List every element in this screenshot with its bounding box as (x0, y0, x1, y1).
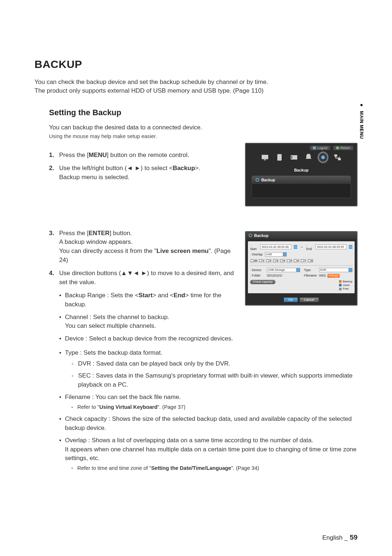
label-start: · Start (250, 243, 258, 251)
label-device: · Device (250, 268, 265, 272)
step-4: 4. Use direction buttons (▲▼◄ ►) to move… (49, 269, 236, 287)
intro-line: You can check the backup device and set … (34, 78, 358, 86)
bullet-list-a: Backup Range : Sets the <Start> and <End… (59, 291, 236, 343)
svg-rect-5 (334, 154, 337, 157)
label-end: · End (306, 243, 313, 251)
step-2: 2. Use the left/right button (◄ ►) to se… (49, 164, 236, 182)
bullet-device: Device : Select a backup device from the… (59, 334, 236, 343)
page-content: BACKUP You can check the backup device a… (0, 0, 392, 472)
menu-icon-backup[interactable] (318, 153, 328, 162)
folder-value: \20120101\ (267, 274, 300, 277)
channel-3[interactable]: 3 (273, 259, 279, 263)
logout-button[interactable]: Logout (310, 146, 330, 150)
menu-icon-event[interactable] (303, 153, 314, 162)
disc-icon (256, 178, 259, 182)
intro-line: The product only supports external HDD o… (34, 86, 358, 95)
svg-rect-1 (264, 160, 266, 160)
end-time-field[interactable]: 2012-01-01 08:25:45 (315, 245, 347, 249)
channel-7[interactable]: 7 (300, 259, 306, 263)
check-capacity-button[interactable]: Check capacity (250, 280, 275, 284)
channel-8[interactable]: 8 (307, 259, 314, 263)
label-filename: · Filename (302, 274, 317, 277)
dialog-title: Backup (254, 233, 269, 238)
bullet-backup-range: Backup Range : Sets the <Start> and <End… (59, 291, 236, 309)
note-virtual-keyboard: Refer to "Using Virtual Keyboard". (Page… (72, 403, 358, 411)
intro-block: You can check the backup device and set … (34, 78, 358, 95)
side-tab: ● MAIN MENU (359, 102, 364, 139)
screenshot-main-menu: Logout Return Backup Backup (245, 143, 358, 206)
return-button[interactable]: Return (333, 146, 353, 150)
channel-4[interactable]: 4 (279, 259, 286, 263)
cancel-button[interactable]: Cancel (300, 298, 319, 302)
disc-icon (249, 234, 252, 237)
type-dropdown[interactable]: DVR (319, 268, 352, 272)
label-type: · Type (302, 268, 317, 272)
svg-rect-4 (291, 156, 292, 159)
submenu-item-backup[interactable]: Backup (252, 176, 351, 184)
channel-6[interactable]: 6 (293, 259, 299, 263)
page-footer: English _59 (322, 533, 358, 541)
steps-34: 3. Press the [ENTER] button. A backup wi… (49, 229, 236, 287)
bullet-overlap: Overlap : Shows a list of overlapping da… (59, 436, 358, 472)
step-1: 1. Press the [MENU] button on the remote… (49, 151, 236, 160)
svg-rect-0 (262, 155, 268, 159)
capacity-legend: Backup Used Free (339, 280, 352, 291)
steps-12: 1. Press the [MENU] button on the remote… (49, 151, 236, 182)
note-date-time: Refer to time and time zone of "Setting … (72, 464, 358, 472)
channel-row: All 1 2 3 4 5 6 7 8 (250, 259, 352, 263)
screenshot-backup-dialog: Backup · Start 2012-01-01 00:01:06 ~ · E… (245, 231, 358, 306)
bullet-list-b: Type : Sets the backup data format. DVR … (59, 348, 358, 472)
mouse-hint: Using the mouse may help make setup easi… (49, 133, 358, 139)
filename-value: 0001Change (319, 274, 352, 278)
ok-button[interactable]: OK (284, 298, 297, 302)
subsection-desc: You can backup the desired data to a con… (49, 124, 358, 131)
bullet-type: Type : Sets the backup data format. DVR … (59, 348, 358, 390)
subsection-heading: Setting the Backup (49, 108, 358, 117)
bullet-check-capacity: Check capacity : Shows the size of the s… (59, 415, 358, 432)
bullet-channel: Channel : Sets the channel to backup. Yo… (59, 313, 236, 331)
channel-2[interactable]: 2 (266, 259, 272, 263)
device-dropdown[interactable]: USB-Storage (267, 268, 300, 272)
channel-1[interactable]: 1 (258, 259, 265, 263)
bullet-filename: Filename : You can set the back file nam… (59, 393, 358, 411)
label-folder: · Folder (250, 274, 265, 277)
dash-sec: SEC : Saves data in the Samsung's propri… (72, 371, 358, 389)
menu-icon-record[interactable] (289, 153, 299, 162)
menu-title: Backup (246, 168, 357, 172)
overlap-dropdown[interactable]: List0 (265, 252, 287, 257)
svg-rect-2 (277, 154, 282, 161)
submenu-panel: Backup (252, 176, 351, 198)
step-3: 3. Press the [ENTER] button. A backup wi… (49, 229, 236, 265)
change-button[interactable]: Change (327, 274, 340, 278)
dash-dvr: DVR : Saved data can be played back only… (72, 359, 358, 368)
start-time-field[interactable]: 2012-01-01 00:01:06 (260, 245, 291, 249)
channel-5[interactable]: 5 (286, 259, 293, 263)
menu-icon-network[interactable] (332, 153, 343, 162)
menu-icon-system[interactable] (260, 153, 270, 162)
label-overlap: · Overlap (250, 253, 263, 256)
menu-icon-device[interactable] (274, 153, 285, 162)
section-heading: BACKUP (34, 58, 358, 70)
channel-all[interactable]: All (250, 259, 258, 263)
